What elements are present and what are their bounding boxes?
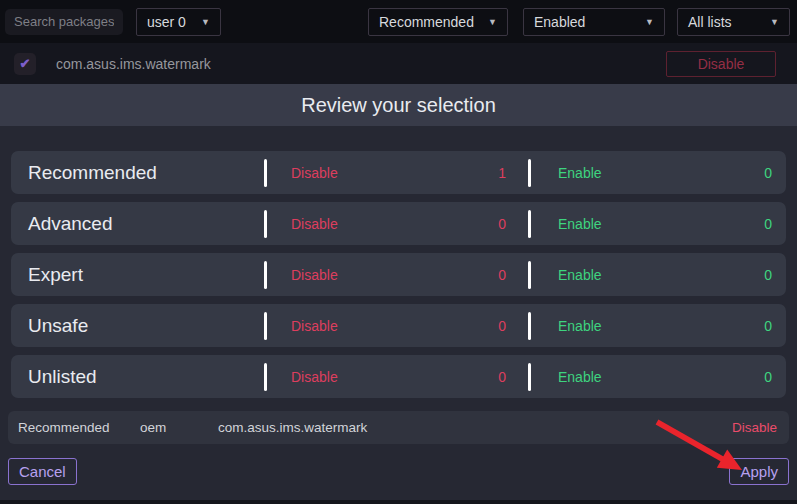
search-input[interactable] — [5, 9, 123, 35]
modal-footer: Cancel Apply — [0, 458, 797, 485]
modal-body: Recommended Disable 1 Enable 0 Advanced … — [0, 126, 797, 485]
enable-count: 0 — [764, 165, 772, 181]
category-name: Expert — [11, 264, 264, 286]
category-name: Unsafe — [11, 315, 264, 337]
filter-category-select[interactable]: Recommended ▼ — [368, 8, 508, 36]
user-select-value: user 0 — [147, 14, 186, 30]
user-select[interactable]: user 0 ▼ — [136, 8, 221, 36]
disable-count: 1 — [498, 165, 506, 181]
chevron-down-icon: ▼ — [762, 17, 779, 27]
disable-count: 0 — [498, 216, 506, 232]
category-rows: Recommended Disable 1 Enable 0 Advanced … — [0, 151, 797, 398]
filter-category-value: Recommended — [379, 14, 474, 30]
window-bottom-edge — [0, 500, 797, 504]
disable-label: Disable — [291, 165, 338, 181]
category-name: Unlisted — [11, 366, 264, 388]
disable-label: Disable — [291, 216, 338, 232]
category-summary-row: Expert Disable 0 Enable 0 — [11, 253, 786, 296]
enable-summary: Enable 0 — [531, 253, 786, 296]
cancel-button[interactable]: Cancel — [8, 458, 77, 485]
category-summary-row: Unlisted Disable 0 Enable 0 — [11, 355, 786, 398]
disable-summary: Disable 1 — [267, 151, 528, 194]
package-name: com.asus.ims.watermark — [56, 56, 211, 72]
category-name: Recommended — [11, 162, 264, 184]
disable-label: Disable — [291, 369, 338, 385]
package-checkbox[interactable]: ✔ — [14, 53, 36, 75]
enable-label: Enable — [558, 318, 602, 334]
filter-state-select[interactable]: Enabled ▼ — [523, 8, 665, 36]
enable-summary: Enable 0 — [531, 355, 786, 398]
enable-label: Enable — [558, 369, 602, 385]
category-summary-row: Unsafe Disable 0 Enable 0 — [11, 304, 786, 347]
enable-count: 0 — [764, 216, 772, 232]
chevron-down-icon: ▼ — [637, 17, 654, 27]
filter-state-value: Enabled — [534, 14, 585, 30]
toolbar: user 0 ▼ Recommended ▼ Enabled ▼ All lis… — [0, 0, 797, 43]
disable-count: 0 — [498, 267, 506, 283]
disable-count: 0 — [498, 369, 506, 385]
modal-header: Review your selection — [0, 84, 797, 126]
enable-label: Enable — [558, 267, 602, 283]
disable-label: Disable — [291, 267, 338, 283]
category-summary-row: Advanced Disable 0 Enable 0 — [11, 202, 786, 245]
enable-label: Enable — [558, 216, 602, 232]
enable-count: 0 — [764, 318, 772, 334]
package-disable-button[interactable]: Disable — [666, 51, 776, 77]
enable-summary: Enable 0 — [531, 304, 786, 347]
selection-source: oem — [140, 420, 218, 435]
package-row: ✔ com.asus.ims.watermark Disable — [0, 43, 797, 84]
disable-count: 0 — [498, 318, 506, 334]
enable-count: 0 — [764, 267, 772, 283]
filter-list-select[interactable]: All lists ▼ — [677, 8, 790, 36]
selection-package: com.asus.ims.watermark — [218, 420, 732, 435]
chevron-down-icon: ▼ — [480, 17, 497, 27]
selection-action: Disable — [732, 420, 777, 435]
enable-count: 0 — [764, 369, 772, 385]
disable-summary: Disable 0 — [267, 355, 528, 398]
chevron-down-icon: ▼ — [193, 17, 210, 27]
enable-label: Enable — [558, 165, 602, 181]
disable-label: Disable — [291, 318, 338, 334]
category-name: Advanced — [11, 213, 264, 235]
disable-summary: Disable 0 — [267, 202, 528, 245]
modal-title: Review your selection — [301, 94, 496, 117]
apply-button[interactable]: Apply — [729, 458, 789, 485]
enable-summary: Enable 0 — [531, 151, 786, 194]
filter-list-value: All lists — [688, 14, 732, 30]
disable-summary: Disable 0 — [267, 253, 528, 296]
selection-category: Recommended — [18, 420, 140, 435]
selection-detail-row: Recommended oem com.asus.ims.watermark D… — [8, 411, 789, 444]
category-summary-row: Recommended Disable 1 Enable 0 — [11, 151, 786, 194]
check-icon: ✔ — [20, 56, 31, 71]
enable-summary: Enable 0 — [531, 202, 786, 245]
disable-summary: Disable 0 — [267, 304, 528, 347]
